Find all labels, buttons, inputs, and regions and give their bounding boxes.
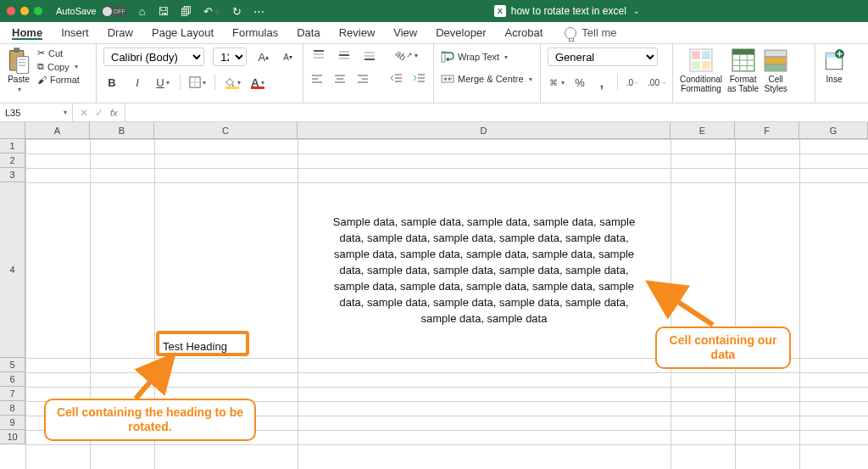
formula-input[interactable] [125, 103, 868, 121]
fill-color-button[interactable]: ▾ [224, 75, 241, 90]
tab-insert[interactable]: Insert [61, 26, 89, 39]
align-bottom-button[interactable] [361, 47, 378, 63]
col-header-A[interactable]: A [25, 122, 90, 139]
italic-button[interactable]: I [129, 75, 146, 90]
col-header-G[interactable]: G [799, 122, 868, 139]
conditional-formatting-icon [689, 47, 713, 73]
window-controls [7, 7, 42, 15]
save-icon[interactable]: 🖫 [158, 5, 169, 18]
undo-icon[interactable]: ↶▾ [203, 5, 220, 18]
tab-developer[interactable]: Developer [436, 26, 486, 39]
paste-button[interactable]: Paste ▾ [7, 47, 31, 93]
increase-indent-button[interactable] [412, 71, 426, 87]
callout-right: Cell containing our data [655, 327, 791, 369]
borders-button[interactable]: ▾ [189, 75, 206, 90]
worksheet[interactable]: ABCDEFG 12345678910 Sample data, sample … [0, 122, 868, 469]
row-header-1[interactable]: 1 [0, 139, 25, 154]
wrap-text-button[interactable]: Wrap Text▾ [441, 51, 533, 63]
insert-cells-button[interactable]: Inse [822, 47, 846, 84]
font-name-select[interactable]: Calibri (Body) [103, 47, 204, 66]
increase-font-button[interactable]: A▴ [255, 49, 271, 64]
underline-button[interactable]: U▾ [154, 75, 171, 90]
paste-more-icon[interactable]: ▾ [18, 86, 21, 93]
select-all-corner[interactable] [0, 122, 25, 139]
group-font: Calibri (Body) 12 A▴ A▾ B I U▾ ▾ ▾ A▾ [97, 44, 303, 103]
decrease-decimal-button[interactable]: .00→ [648, 75, 665, 90]
row-header-6[interactable]: 6 [0, 372, 25, 387]
copy-button[interactable]: ⧉Copy▾ [37, 61, 80, 72]
row-header-2[interactable]: 2 [0, 154, 25, 168]
bold-button[interactable]: B [103, 75, 120, 90]
row-header-4[interactable]: 4 [0, 182, 25, 358]
col-header-E[interactable]: E [670, 122, 735, 139]
font-size-select[interactable]: 12 [213, 47, 247, 66]
decrease-font-button[interactable]: A▾ [280, 49, 296, 64]
row-header-7[interactable]: 7 [0, 387, 25, 401]
align-right-button[interactable] [355, 71, 370, 87]
decrease-indent-button[interactable] [390, 71, 404, 87]
zoom-window-button[interactable] [34, 7, 42, 15]
tab-page-layout[interactable]: Page Layout [152, 26, 214, 39]
merge-centre-button[interactable]: Merge & Centre▾ [441, 73, 533, 85]
col-header-D[interactable]: D [298, 122, 670, 139]
group-wrapmerge: Wrap Text▾ Merge & Centre▾ [434, 44, 541, 103]
document-title[interactable]: X how to rotate text in excel ⌄ [273, 5, 861, 17]
format-as-table-button[interactable]: Format as Table [727, 47, 759, 93]
svg-rect-37 [692, 51, 700, 59]
align-middle-button[interactable] [336, 47, 353, 63]
tab-formulas[interactable]: Formulas [232, 26, 278, 39]
row-header-5[interactable]: 5 [0, 358, 25, 372]
tab-review[interactable]: Review [339, 26, 376, 39]
svg-rect-33 [442, 52, 445, 62]
number-format-select[interactable]: General [548, 47, 658, 66]
svg-rect-42 [732, 49, 754, 54]
close-window-button[interactable] [7, 7, 15, 15]
autosave-switch[interactable]: OFF [102, 6, 127, 17]
conditional-formatting-button[interactable]: Conditional Formatting [680, 47, 722, 93]
svg-text:⌘: ⌘ [549, 78, 558, 87]
redo-icon[interactable]: ↻ [232, 5, 242, 18]
accounting-button[interactable]: ⌘▾ [548, 75, 565, 90]
name-box[interactable]: L35▾ [0, 103, 73, 121]
save-as-icon[interactable]: 🗐 [181, 5, 192, 18]
highlight-box-c4 [156, 331, 249, 356]
cell-styles-button[interactable]: Cell Styles [764, 47, 787, 93]
fx-icon[interactable]: fx [110, 108, 118, 118]
tab-draw[interactable]: Draw [108, 26, 133, 39]
row-header-8[interactable]: 8 [0, 401, 25, 416]
cell-D4[interactable]: Sample data, sample data, sample data, s… [298, 182, 670, 358]
row-header-3[interactable]: 3 [0, 168, 25, 182]
row-header-9[interactable]: 9 [0, 416, 25, 430]
align-center-button[interactable] [333, 71, 348, 87]
tab-data[interactable]: Data [297, 26, 320, 39]
percent-button[interactable]: % [573, 75, 587, 90]
minimize-window-button[interactable] [20, 7, 29, 15]
qat-more-icon[interactable]: ⋯ [253, 5, 264, 18]
enter-formula-icon[interactable]: ✓ [95, 107, 103, 119]
font-color-button[interactable]: A▾ [249, 75, 266, 90]
cut-button[interactable]: ✂Cut [37, 47, 80, 59]
autosave-toggle[interactable]: AutoSave OFF [56, 6, 127, 17]
home-icon[interactable]: ⌂ [139, 5, 146, 18]
format-as-table-icon [732, 47, 755, 73]
qat: ⌂ 🖫 🗐 ↶▾ ↻ ⋯ [139, 5, 264, 18]
col-header-C[interactable]: C [154, 122, 298, 139]
tab-acrobat[interactable]: Acrobat [505, 26, 543, 39]
col-header-B[interactable]: B [90, 122, 154, 139]
svg-rect-40 [702, 61, 710, 70]
cancel-formula-icon[interactable]: ✕ [80, 107, 88, 119]
align-left-button[interactable] [310, 71, 325, 87]
align-top-button[interactable] [310, 47, 327, 63]
format-painter-button[interactable]: 🖌Format [37, 75, 80, 85]
tab-home[interactable]: Home [12, 26, 42, 39]
row-header-10[interactable]: 10 [0, 430, 25, 444]
col-header-F[interactable]: F [735, 122, 799, 139]
paste-icon [7, 47, 31, 73]
increase-decimal-button[interactable]: .0← [626, 75, 640, 90]
orientation-button[interactable]: ab↗▾ [398, 47, 415, 63]
chevron-down-icon: ⌄ [633, 7, 640, 15]
tab-view[interactable]: View [393, 26, 417, 39]
comma-button[interactable]: , [595, 75, 609, 90]
tell-me[interactable]: Tell me [565, 26, 616, 39]
scissors-icon: ✂ [37, 47, 45, 59]
